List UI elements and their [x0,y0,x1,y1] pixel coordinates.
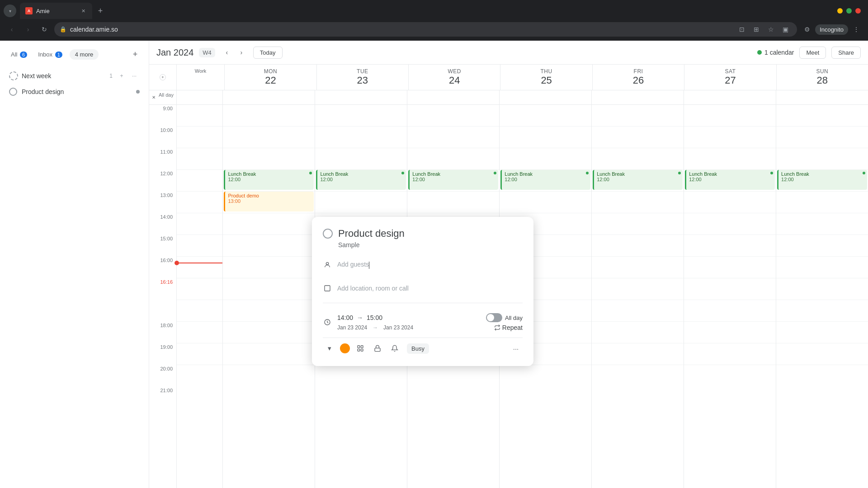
popup-dates-row: Jan 23 2024 → Jan 23 2024 Repeat [337,324,523,331]
more-options-button[interactable]: ··· [509,342,523,355]
bookmark-icon[interactable]: ☆ [764,23,777,36]
sun-lunch-event[interactable]: Lunch Break 12:00 [777,170,867,190]
active-tab[interactable]: A Amie ✕ [20,3,92,19]
meet-button[interactable]: Meet [799,47,826,59]
hour-line [177,322,222,343]
day-header-tue: Tue 23 [316,65,408,90]
sidebar-more-button[interactable]: 4 more [70,49,99,60]
address-bar[interactable]: 🔒 calendar.amie.so ⊡ ⊞ ☆ ▣ [54,22,797,37]
sun-column[interactable]: Lunch Break 12:00 [776,105,868,488]
task-item-product-design[interactable]: Product design [7,84,142,99]
collapse-icon: ▾ [328,344,331,352]
popup-guests-row: Add guests [323,258,523,272]
extension-icon[interactable]: ⚙ [801,23,813,36]
mon-lunch-event[interactable]: Lunch Break 12:00 [224,170,314,190]
wed-all-day-cell[interactable] [407,90,499,104]
wed-lunch-event[interactable]: Lunch Break 12:00 [408,170,498,190]
profile-button[interactable]: Incognito [815,24,848,35]
close-button[interactable] [855,8,861,14]
minimize-button[interactable] [837,8,843,14]
popup-task-checkbox[interactable] [323,229,333,239]
lock-icon-button[interactable] [371,342,384,355]
forward-button[interactable]: › [22,23,34,36]
hour-line [177,213,222,235]
current-time-dot [175,261,179,265]
tue-lunch-event[interactable]: Lunch Break 12:00 [316,170,406,190]
sat-lunch-event[interactable]: Lunch Break 12:00 [685,170,775,190]
popup-location-row: Add location, room or call [323,281,523,296]
event-time: 12:00 [689,177,772,182]
hour-line [776,278,868,300]
category-icon-button[interactable] [354,342,367,355]
time-gutter: + [149,65,176,90]
section-add-button[interactable]: + [116,70,127,81]
all-day-toggle[interactable]: All day [486,313,523,322]
event-dot [494,172,496,174]
tue-all-day-cell[interactable] [315,90,407,104]
prev-week-button[interactable]: ‹ [221,46,233,59]
color-picker[interactable] [340,343,350,353]
fri-lunch-event[interactable]: Lunch Break 12:00 [593,170,683,190]
sun-all-day-cell[interactable] [776,90,868,104]
sidebar-tab-inbox[interactable]: Inbox 1 [34,49,66,60]
all-day-collapse-button[interactable]: ✕ [150,93,158,101]
lock-icon: 🔒 [60,26,66,33]
thu-all-day-cell[interactable] [499,90,591,104]
sat-all-day-cell[interactable] [684,90,776,104]
tue-number: 23 [319,75,406,86]
new-tab-button[interactable]: + [94,5,107,17]
toggle-work-button[interactable]: + [160,74,166,80]
fri-all-day-cell[interactable] [591,90,684,104]
all-day-switch[interactable] [486,313,502,322]
repeat-button[interactable]: Repeat [494,324,523,331]
tab-dropdown[interactable]: ▾ [4,5,16,17]
tab-close-button[interactable]: ✕ [80,7,87,14]
menu-icon[interactable]: ⋮ [850,23,863,36]
hour-line [407,192,499,213]
pip-icon[interactable]: ⊞ [750,23,763,36]
time-1200: 12:00 [149,170,176,192]
all-day-row: ✕ All day [149,90,868,105]
hour-line [315,105,407,127]
sidebar-add-button[interactable]: + [129,48,142,61]
hour-line [592,148,684,170]
back-button[interactable]: ‹ [5,23,18,36]
next-week-button[interactable]: › [235,46,248,59]
profile-label: Incognito [820,26,844,33]
hour-line [592,192,684,213]
mon-column[interactable]: Lunch Break 12:00 Product demo 13:00 [222,105,315,488]
guests-field[interactable]: Add guests [337,261,523,268]
cast-icon[interactable]: ⊡ [736,23,748,36]
popup-spacer [323,272,523,281]
sidebar-icon[interactable]: ▣ [779,23,792,36]
time-1500: 15:00 [149,235,176,257]
reload-button[interactable]: ↻ [38,23,51,36]
location-field[interactable]: Add location, room or call [337,285,523,292]
status-badge[interactable]: Busy [407,343,429,354]
date-arrow: → [373,324,378,331]
mon-all-day-cell[interactable] [222,90,315,104]
fri-column[interactable]: Lunch Break 12:00 [591,105,684,488]
bell-icon-button[interactable] [388,342,401,355]
section-more-button[interactable]: ··· [129,70,140,81]
event-title: Product demo [228,193,311,198]
task-checkbox[interactable] [9,88,17,96]
hour-line [592,127,684,148]
sat-column[interactable]: Lunch Break 12:00 [684,105,776,488]
event-title: Lunch Break [228,171,311,177]
hour-line [407,148,499,170]
mon-product-demo-event[interactable]: Product demo 13:00 [224,192,314,211]
maximize-button[interactable] [846,8,852,14]
work-column[interactable] [176,105,222,488]
thu-lunch-event[interactable]: Lunch Break 12:00 [500,170,590,190]
toggle-knob [487,314,494,321]
day-header-thu: Thu 25 [500,65,592,90]
hour-line [684,278,776,300]
share-button[interactable]: Share [831,47,861,59]
calendar-indicator[interactable]: 1 calendar [757,49,794,56]
collapse-button[interactable]: ▾ [323,342,336,355]
time-end: 15:00 [367,314,382,321]
today-button[interactable]: Today [253,47,283,59]
hour-line [776,127,868,148]
sidebar-tab-all[interactable]: All 6 [7,49,31,60]
